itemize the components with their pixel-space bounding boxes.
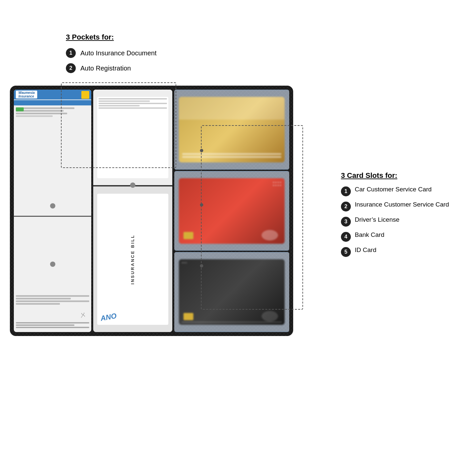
div-circle-bot: [50, 262, 55, 267]
mid-upper: [93, 90, 172, 186]
gold-card: [179, 97, 285, 162]
ins-line: [16, 113, 67, 114]
gl2: [182, 156, 281, 158]
ins-line: [16, 107, 74, 109]
stitch-top: [174, 90, 289, 90]
slots-title: 3 Card Slots for:: [341, 171, 466, 180]
red-chip: [183, 232, 193, 239]
pockets-title: 3 Pockets for:: [66, 33, 156, 42]
stitch-bot2: [174, 250, 289, 251]
bl2: [16, 298, 71, 299]
gold-card-pocket: [174, 90, 289, 170]
dark-chip: [183, 313, 193, 320]
dark-line: [182, 322, 282, 323]
dark-card-brand: ANO: [182, 261, 187, 264]
dark-card: ANO: [179, 259, 285, 325]
ins-header: WaumesiaInsurance: [14, 90, 91, 99]
top-annotations: 3 Pockets for: 1 Auto Insurance Document…: [66, 33, 156, 78]
bl1: [16, 295, 89, 297]
vbl1: [16, 322, 89, 323]
slot-item-3: 3 Driver’s License: [341, 216, 466, 227]
page-container: 3 Pockets for: 1 Auto Insurance Document…: [0, 0, 476, 476]
stitch-bot3: [174, 331, 289, 332]
gl1: [182, 153, 281, 155]
right-card-pockets: ● ● ● ●● ● ● ● ANO: [174, 90, 289, 332]
left-doc-pocket: WaumesiaInsurance: [14, 90, 91, 332]
slot-label-5: ID Card: [355, 246, 376, 254]
signature: ꭗ: [80, 309, 86, 319]
vbl3: [16, 327, 89, 328]
slot-num-3: 3: [341, 217, 351, 227]
ins-logo: WaumesiaInsurance: [16, 91, 37, 98]
doc-divider: [14, 216, 91, 217]
pocket-num-1: 1: [66, 48, 76, 58]
pocket-label-2: Auto Registration: [80, 65, 131, 72]
very-bottom: [16, 322, 89, 328]
ins-lines: [14, 106, 91, 119]
ins-line: [16, 115, 53, 117]
slot-label-2: Insurance Customer Service Card: [355, 201, 449, 208]
gold-strip: [179, 97, 285, 120]
right-annotations: 3 Card Slots for: 1 Car Customer Service…: [341, 171, 466, 262]
pocket-label-1: Auto Insurance Document: [80, 49, 156, 57]
slot-num-4: 4: [341, 232, 351, 242]
div-circle-top: [50, 203, 55, 209]
slot-label-3: Driver’s License: [355, 216, 400, 223]
stitch-bot: [174, 169, 289, 170]
dark-oval: [262, 311, 278, 322]
slot-num-1: 1: [341, 186, 351, 196]
red-card-pocket: ● ● ● ●● ● ● ●: [174, 171, 289, 251]
pocket-item-2: 2 Auto Registration: [66, 63, 156, 73]
ins-bill-text: INSURANCE BILL: [130, 234, 135, 284]
mlu3: [98, 103, 167, 104]
yellow-badge: [81, 91, 89, 99]
ins-bill: INSURANCE BILL ANO: [97, 194, 168, 324]
pocket-num-2: 2: [66, 63, 76, 73]
slot-item-1: 1 Car Customer Service Card: [341, 186, 466, 196]
vbl2: [16, 324, 74, 326]
red-card: ● ● ● ●● ● ● ●: [179, 178, 285, 244]
mlu1: [98, 98, 167, 99]
gold-lines: [182, 153, 281, 159]
slot-label-1: Car Customer Service Card: [355, 186, 432, 193]
mlu4: [98, 105, 140, 106]
wallet-container: WaumesiaInsurance: [10, 86, 293, 336]
blue-stripe: [14, 100, 91, 105]
slot-item-4: 4 Bank Card: [341, 231, 466, 242]
bottom-lines: [16, 295, 89, 306]
mid-doc-pocket: INSURANCE BILL ANO: [93, 90, 172, 332]
slot-item-5: 5 ID Card: [341, 246, 466, 257]
wallet-inner: WaumesiaInsurance: [14, 90, 289, 332]
red-oval: [262, 230, 278, 240]
slot-label-4: Bank Card: [355, 231, 384, 238]
mlu2: [98, 100, 150, 102]
mlu5: [98, 107, 167, 109]
green-label: [16, 107, 24, 111]
ano-text: ANO: [100, 312, 117, 323]
slot-num-5: 5: [341, 247, 351, 257]
bl3: [16, 300, 89, 302]
slot-item-2: 2 Insurance Customer Service Card: [341, 201, 466, 211]
red-card-text: ● ● ● ●● ● ● ●: [273, 181, 281, 187]
mid-upper-doc: [97, 97, 168, 178]
bl4: [16, 303, 60, 305]
stitch-top2: [174, 171, 289, 172]
slot-num-2: 2: [341, 202, 351, 211]
mid-div-circle: [130, 182, 135, 188]
stitch-top3: [174, 252, 289, 253]
dark-card-pocket: ANO: [174, 252, 289, 332]
pocket-item-1: 1 Auto Insurance Document: [66, 48, 156, 58]
wallet-outer: WaumesiaInsurance: [10, 86, 293, 336]
mid-lower: INSURANCE BILL ANO: [93, 186, 172, 332]
